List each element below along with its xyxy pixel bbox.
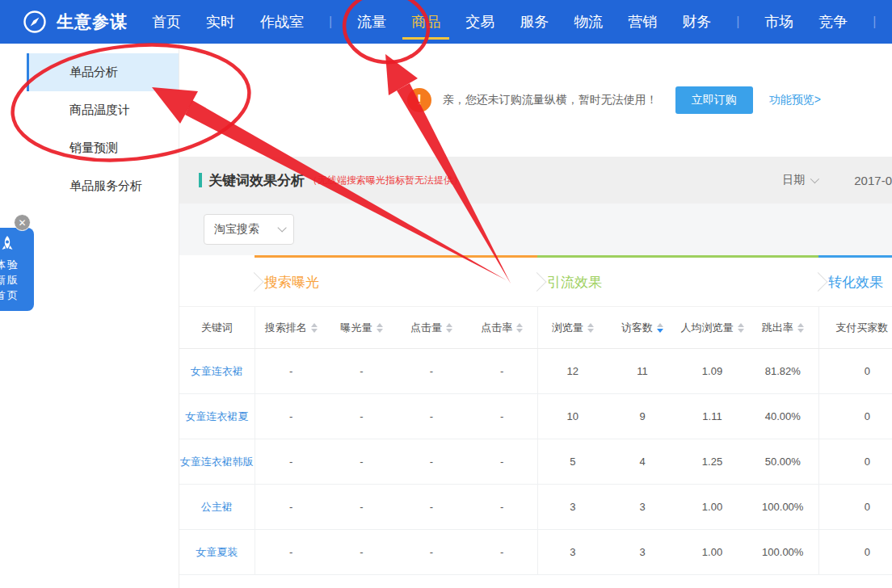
brand[interactable]: 生意参谋 — [23, 10, 128, 34]
feature-preview-link[interactable]: 功能预览> — [769, 93, 821, 107]
new-version-entry-line: 新版 — [0, 272, 19, 288]
new-version-entry[interactable]: 体验新版首页 — [0, 228, 34, 311]
table-cell: 50.00% — [747, 439, 818, 485]
filter-bar: 淘宝搜索 — [179, 204, 892, 255]
keyword-link[interactable]: 女童夏装 — [179, 530, 255, 575]
nav-item-logistics[interactable]: 物流 — [574, 1, 603, 43]
table-cell: - — [327, 485, 396, 530]
table-cell: 10 — [537, 394, 608, 439]
brand-name: 生意参谋 — [57, 10, 128, 33]
chevron-down-icon — [277, 223, 286, 232]
table-cell: 3 — [537, 485, 608, 530]
sort-icon[interactable] — [738, 323, 744, 333]
sidebar-item-single-item-service-analysis[interactable]: 单品服务分析 — [27, 167, 179, 205]
sort-icon[interactable] — [587, 323, 594, 333]
column-header-label: 点击量 — [410, 321, 442, 334]
chevron-down-icon — [810, 174, 819, 183]
keyword-link[interactable]: 女童连衣裙夏 — [179, 394, 255, 439]
nav-item-finance[interactable]: 财务 — [682, 1, 711, 43]
nav-item-realtime[interactable]: 实时 — [206, 1, 235, 43]
nav-divider: | — [873, 15, 876, 29]
nav-item-product[interactable]: 商品 — [411, 1, 440, 43]
new-version-entry-text: 体验新版首页 — [0, 257, 19, 303]
table-cell: - — [327, 439, 396, 485]
column-header[interactable]: 浏览量 — [537, 307, 608, 349]
table-cell: - — [467, 530, 537, 575]
column-header-label: 关键词 — [201, 321, 233, 334]
sort-icon[interactable] — [446, 323, 452, 333]
table-cell: 1.11 — [677, 394, 747, 439]
column-header[interactable]: 曝光量 — [327, 307, 396, 349]
top-navbar: 生意参谋 首页实时作战室|流量商品交易服务物流营销财务|市场竞争|业务专区 — [0, 0, 892, 44]
table-cell: - — [396, 530, 467, 575]
rocket-icon — [0, 234, 18, 255]
keyword-link[interactable]: 公主裙 — [179, 485, 255, 530]
column-header[interactable]: 人均浏览量 — [677, 307, 747, 349]
sort-icon[interactable] — [516, 323, 523, 333]
nav-divider: | — [736, 15, 739, 29]
sidebar-item-single-item-analysis[interactable]: 单品分析 — [27, 53, 179, 91]
column-group: 搜索曝光 — [255, 257, 537, 307]
keyword-link[interactable]: 女童连衣裙 — [179, 349, 255, 394]
nav-item-war-room[interactable]: 作战室 — [260, 1, 304, 43]
table-cell: 100.00% — [747, 485, 818, 530]
table-cell: 0 — [818, 349, 892, 394]
table-cell: 0 — [818, 530, 892, 575]
sidebar-item-product-thermometer[interactable]: 商品温度计 — [27, 91, 179, 129]
sort-icon[interactable] — [377, 323, 383, 333]
table-cell: 0 — [818, 394, 892, 439]
table-cell: - — [396, 349, 467, 394]
order-now-button[interactable]: 立即订购 — [675, 86, 753, 114]
table-row: 女童连衣裙夏----1091.1140.00%0 — [179, 394, 892, 439]
table-cell: 100.00% — [747, 530, 818, 575]
sort-icon[interactable] — [797, 323, 804, 333]
nav-item-marketing[interactable]: 营销 — [628, 1, 657, 43]
nav-item-service[interactable]: 服务 — [520, 1, 549, 43]
keyword-table: 搜索曝光引流效果转化效果 关键词搜索排名曝光量点击量点击率浏览量访客数人均浏览量… — [179, 255, 892, 575]
column-header[interactable]: 跳出率 — [747, 307, 818, 349]
sidebar: 单品分析商品温度计销量预测单品服务分析 — [0, 44, 179, 588]
table-cell: 1.09 — [677, 349, 747, 394]
sort-icon[interactable] — [657, 323, 663, 333]
column-header[interactable]: 访客数 — [608, 307, 677, 349]
nav-item-trade[interactable]: 交易 — [465, 1, 494, 43]
table-cell: - — [327, 530, 396, 575]
column-header[interactable]: 点击量 — [396, 307, 467, 349]
new-version-entry-line: 首页 — [0, 288, 19, 303]
table-cell: - — [255, 349, 327, 394]
sort-icon[interactable] — [311, 323, 318, 333]
keyword-link[interactable]: 女童连衣裙韩版 — [179, 439, 255, 485]
column-header[interactable]: 点击率 — [467, 307, 537, 349]
table-cell: 4 — [608, 439, 677, 485]
section-header: 关键词效果分析 （无线端搜索曝光指标暂无法提供） 日期 2017-0 — [179, 157, 892, 204]
compass-icon — [23, 10, 47, 34]
close-icon[interactable]: ✕ — [14, 214, 31, 231]
sidebar-item-sales-forecast[interactable]: 销量预测 — [27, 129, 179, 167]
table-row: 女童连衣裙----12111.0981.82%0 — [179, 349, 892, 394]
table-cell: 11 — [608, 349, 677, 394]
column-header[interactable]: 搜索排名 — [255, 307, 327, 349]
table-cell: 9 — [608, 394, 677, 439]
table-cell: - — [467, 439, 537, 485]
table-cell: 81.82% — [747, 349, 818, 394]
nav-item-home[interactable]: 首页 — [152, 1, 181, 43]
date-filter-label[interactable]: 日期 — [782, 173, 805, 187]
nav-menu: 首页实时作战室|流量商品交易服务物流营销财务|市场竞争|业务专区 — [152, 1, 892, 43]
nav-item-compete[interactable]: 竞争 — [818, 1, 848, 43]
channel-select-value: 淘宝搜索 — [214, 222, 259, 237]
table-cell: 3 — [608, 530, 677, 575]
channel-select[interactable]: 淘宝搜索 — [204, 214, 294, 245]
table-cell: - — [396, 485, 467, 530]
column-header[interactable]: 支付买家数 — [818, 307, 892, 349]
table-cell: - — [467, 349, 537, 394]
column-group-label: 引流效果 — [547, 275, 602, 290]
table-cell: - — [467, 394, 537, 439]
date-value[interactable]: 2017-0 — [854, 174, 892, 187]
column-header-label: 跳出率 — [762, 321, 793, 334]
table-cell: - — [396, 439, 467, 485]
date-filter[interactable]: 日期 2017-0 — [782, 173, 892, 187]
nav-item-market[interactable]: 市场 — [764, 1, 793, 43]
column-group-label: 搜索曝光 — [264, 275, 319, 290]
table-cell: - — [255, 394, 327, 439]
nav-item-traffic[interactable]: 流量 — [357, 1, 386, 43]
